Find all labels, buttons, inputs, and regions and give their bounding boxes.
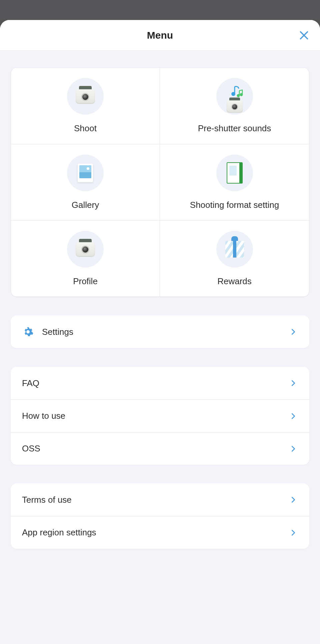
grid-item-label: Profile (73, 276, 98, 287)
close-button[interactable] (297, 29, 311, 42)
grid-item-gallery[interactable]: Gallery (11, 144, 160, 220)
row-label: Settings (42, 327, 289, 337)
content: Shoot (0, 51, 320, 562)
gear-icon (22, 326, 34, 338)
chevron-right-icon (289, 444, 298, 453)
grid-item-label: Gallery (72, 200, 99, 210)
grid-item-label: Shooting format setting (190, 200, 279, 210)
row-terms-of-use[interactable]: Terms of use (11, 483, 309, 516)
chevron-right-icon (289, 495, 298, 504)
row-how-to-use[interactable]: How to use (11, 399, 309, 432)
row-label: FAQ (22, 378, 289, 388)
row-oss[interactable]: OSS (11, 432, 309, 465)
music-icon (216, 78, 253, 115)
header: Menu (0, 20, 320, 51)
settings-card: Settings (11, 316, 309, 348)
row-label: How to use (22, 411, 289, 421)
row-label: OSS (22, 443, 289, 454)
grid-item-shooting-format[interactable]: Shooting format setting (160, 144, 309, 220)
grid-item-profile[interactable]: Profile (11, 220, 160, 297)
chevron-right-icon (289, 528, 298, 537)
page-title: Menu (147, 30, 173, 41)
help-card: FAQ How to use OSS (11, 367, 309, 465)
film-box-icon (216, 155, 253, 191)
camera-icon (67, 231, 104, 268)
grid-item-rewards[interactable]: Rewards (160, 220, 309, 297)
gift-icon (216, 231, 253, 268)
row-faq[interactable]: FAQ (11, 367, 309, 399)
svg-point-0 (231, 92, 235, 96)
camera-icon (67, 78, 104, 115)
row-label: App region settings (22, 527, 289, 538)
chevron-right-icon (289, 411, 298, 421)
menu-sheet: Menu Shoot (0, 20, 320, 644)
grid-item-label: Pre-shutter sounds (198, 123, 271, 134)
info-card: Terms of use App region settings (11, 483, 309, 549)
close-icon (298, 29, 310, 41)
chevron-right-icon (289, 327, 298, 336)
backdrop (0, 0, 320, 20)
row-settings[interactable]: Settings (11, 316, 309, 348)
row-app-region-settings[interactable]: App region settings (11, 516, 309, 549)
gallery-icon (67, 155, 104, 191)
svg-point-1 (237, 94, 240, 97)
row-label: Terms of use (22, 495, 289, 505)
grid-item-label: Rewards (217, 276, 252, 287)
grid-item-pre-shutter-sounds[interactable]: Pre-shutter sounds (160, 68, 309, 144)
grid-item-shoot[interactable]: Shoot (11, 68, 160, 144)
grid-item-label: Shoot (74, 123, 97, 134)
feature-grid: Shoot (11, 67, 309, 297)
chevron-right-icon (289, 378, 298, 388)
